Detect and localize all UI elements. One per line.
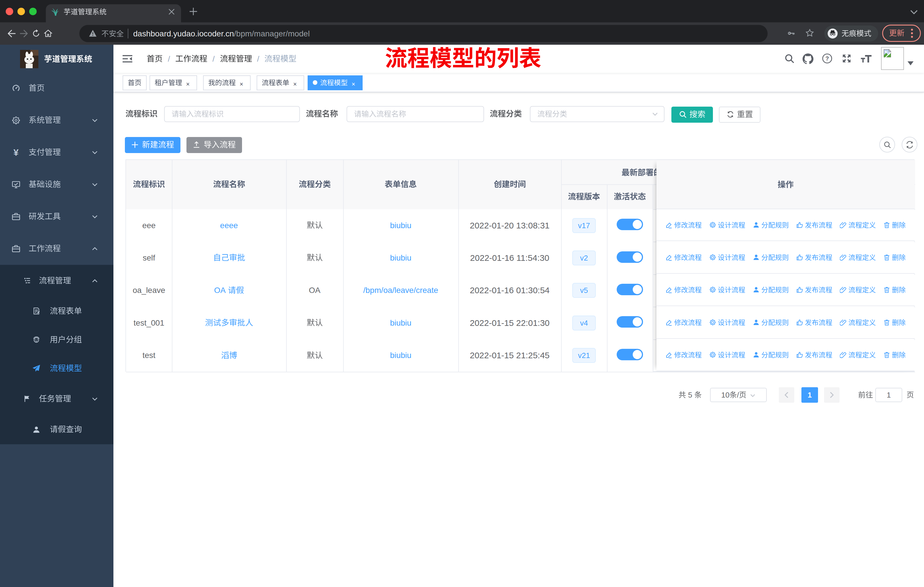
svg-text:?: ? (825, 55, 829, 62)
